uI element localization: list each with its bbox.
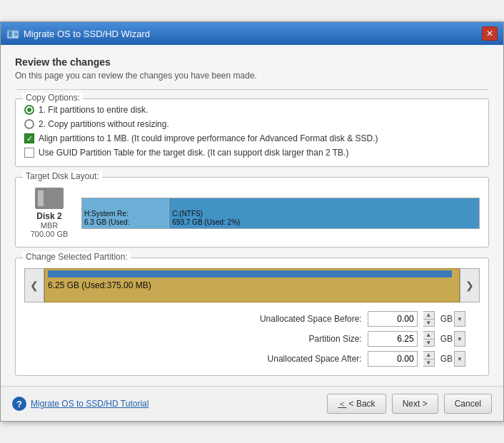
main-content: Review the changes On this page you can … <box>1 45 503 376</box>
partition-size-label: Partition Size: <box>53 334 362 344</box>
next-button[interactable]: Next > <box>392 394 438 414</box>
unallocated-before-unit[interactable]: GB ▼ <box>440 311 465 327</box>
back-label: ＜ < Back <box>338 398 375 410</box>
app-icon <box>6 27 19 40</box>
main-window: Migrate OS to SSD/HD Wizard ✕ Review the… <box>0 21 504 422</box>
partition-sys-label: H:System Re: <box>84 210 166 218</box>
cancel-label: Cancel <box>455 399 481 409</box>
numeric-fields: Unallocated Space Before: ▲ ▼ GB ▼ Parti… <box>24 311 480 367</box>
svg-rect-1 <box>9 31 12 37</box>
unallocated-after-unit-arrow[interactable]: ▼ <box>454 351 465 367</box>
titlebar: Migrate OS to SSD/HD Wizard ✕ <box>1 22 503 45</box>
option4-label: Use GUID Partition Table for the target … <box>39 148 348 158</box>
unallocated-before-unit-arrow[interactable]: ▼ <box>454 311 465 327</box>
radio-option2[interactable] <box>24 119 34 129</box>
unallocated-after-down[interactable]: ▼ <box>423 360 434 367</box>
option3-label: Align partitions to 1 MB. (It could impr… <box>39 133 378 143</box>
partition-bar-label: 6.25 GB (Used:375.00 MB) <box>48 280 456 290</box>
unallocated-after-label: Unallocated Space After: <box>53 354 362 364</box>
page-subtitle: On this page you can review the changes … <box>15 71 489 81</box>
partition-system[interactable]: H:System Re: 6.3 GB (Used: <box>82 198 169 228</box>
page-title: Review the changes <box>15 56 489 68</box>
help-area[interactable]: ? Migrate OS to SSD/HD Tutorial <box>12 397 327 411</box>
disk-icon-area: Disk 2 MBR 700.00 GB <box>24 188 74 238</box>
checkbox-option4[interactable] <box>24 148 34 158</box>
unallocated-after-unit[interactable]: GB ▼ <box>440 351 465 367</box>
partition-size-unit-label: GB <box>440 334 453 344</box>
partition-size-up[interactable]: ▲ <box>423 332 434 340</box>
unallocated-before-unit-label: GB <box>440 314 453 324</box>
disk-container: Disk 2 MBR 700.00 GB H:System Re: 6.3 GB… <box>24 183 480 238</box>
separator <box>15 89 489 90</box>
partition-main-label: C:(NTFS) <box>172 210 476 218</box>
unallocated-after-unit-label: GB <box>440 354 453 364</box>
cancel-button[interactable]: Cancel <box>444 394 492 414</box>
partition-size-spinner[interactable]: ▲ ▼ <box>423 331 435 347</box>
unallocated-before-input[interactable] <box>368 311 418 327</box>
help-link[interactable]: Migrate OS to SSD/HD Tutorial <box>31 399 148 409</box>
option-row-4[interactable]: Use GUID Partition Table for the target … <box>24 148 480 158</box>
partition-bar[interactable]: 6.25 GB (Used:375.00 MB) <box>44 268 460 302</box>
option2-label: 2. Copy partitions without resizing. <box>39 119 169 129</box>
option-row-2[interactable]: 2. Copy partitions without resizing. <box>24 119 480 129</box>
disk-label: Disk 2 <box>36 211 61 221</box>
partition-bar-fill <box>48 270 452 277</box>
radio-option1[interactable] <box>24 105 34 115</box>
help-icon: ? <box>12 397 26 411</box>
unallocated-after-spinner[interactable]: ▲ ▼ <box>423 351 435 367</box>
disk-type: MBR <box>41 221 58 230</box>
prev-partition-button[interactable]: ❮ <box>24 268 44 302</box>
svg-rect-4 <box>7 29 19 31</box>
change-partition-legend: Change Selected Partition: <box>23 252 131 262</box>
unallocated-before-spinner[interactable]: ▲ ▼ <box>423 311 435 327</box>
footer-buttons: ＜ < Back Next > Cancel <box>327 394 492 414</box>
unallocated-after-input[interactable] <box>368 351 418 367</box>
disk-size: 700.00 GB <box>31 230 69 238</box>
target-disk-legend: Target Disk Layout: <box>23 171 102 181</box>
window-title: Migrate OS to SSD/HD Wizard <box>24 29 482 39</box>
next-partition-button[interactable]: ❯ <box>460 268 480 302</box>
unallocated-before-down[interactable]: ▼ <box>423 320 434 327</box>
partition-size-unit[interactable]: GB ▼ <box>440 331 465 347</box>
disk-partitions: H:System Re: 6.3 GB (Used: C:(NTFS) 693.… <box>81 198 480 229</box>
partition-size-down[interactable]: ▼ <box>423 340 434 347</box>
target-disk-group: Target Disk Layout: Disk 2 MBR 700.00 GB… <box>15 177 489 248</box>
close-button[interactable]: ✕ <box>482 26 498 41</box>
checkbox-option3[interactable]: ✓ <box>24 133 34 143</box>
next-label: Next > <box>403 399 428 409</box>
unallocated-after-up[interactable]: ▲ <box>423 352 434 360</box>
option-row-1[interactable]: 1. Fit partitions to entire disk. <box>24 105 480 115</box>
copy-options-group: Copy Options: 1. Fit partitions to entir… <box>15 98 489 167</box>
unallocated-before-label: Unallocated Space Before: <box>53 314 362 324</box>
footer: ? Migrate OS to SSD/HD Tutorial ＜ < Back… <box>1 386 503 421</box>
partition-main-size: 693.7 GB (Used: 2%) <box>172 218 476 227</box>
option1-label: 1. Fit partitions to entire disk. <box>39 105 148 115</box>
svg-point-3 <box>15 34 16 35</box>
back-button[interactable]: ＜ < Back <box>327 394 385 414</box>
unallocated-before-up[interactable]: ▲ <box>423 312 434 320</box>
partition-main[interactable]: C:(NTFS) 693.7 GB (Used: 2%) <box>169 198 479 228</box>
copy-options-legend: Copy Options: <box>23 93 83 103</box>
change-partition-group: Change Selected Partition: ❮ 6.25 GB (Us… <box>15 258 489 376</box>
partition-size-unit-arrow[interactable]: ▼ <box>454 331 465 347</box>
partition-edit-area: ❮ 6.25 GB (Used:375.00 MB) ❯ <box>24 264 480 302</box>
disk-icon <box>35 188 64 209</box>
option-row-3[interactable]: ✓ Align partitions to 1 MB. (It could im… <box>24 133 480 143</box>
partition-size-input[interactable] <box>368 331 418 347</box>
partition-sys-size: 6.3 GB (Used: <box>84 218 166 227</box>
